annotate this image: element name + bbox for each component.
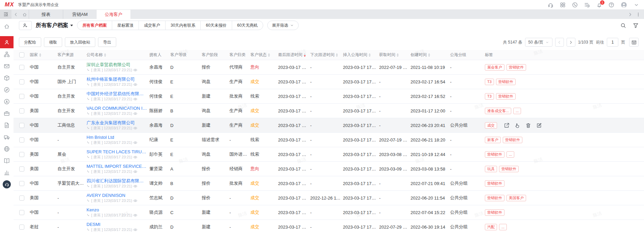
table-row[interactable]: 中国孚盟贸易大数据四川省汇利达国际贸易有限公司[ 唐英 ] 123(03/17 … [14,176,644,191]
support-icon[interactable] [548,2,553,8]
row-checkbox[interactable] [19,65,24,70]
row-checkbox[interactable] [19,166,24,172]
table-row[interactable]: 中国自主开发中国对外经济贸易信托有限公司[ 唐英 ] 123(03/17 23:… [14,89,644,104]
tab-报表[interactable]: 报表 [29,10,63,19]
column-header-国家[interactable]: 国家 [30,52,57,58]
search-icon[interactable] [620,23,626,28]
table-row[interactable]: 美国展会SUPER TECH LACES TIRUPUR PVT LTD[ 唐英… [14,147,644,162]
recycle-icon[interactable] [525,123,531,128]
sidebar-item-reports[interactable] [0,166,14,178]
sort-icon[interactable] [268,52,270,58]
row-checkbox[interactable] [19,181,24,186]
sidebar-item-products[interactable] [0,72,14,84]
column-header-下次跟进时间[interactable]: 下次跟进时间 [310,52,343,58]
eye-icon[interactable] [133,82,138,87]
company-name-link[interactable]: AVERY DENNISON [86,193,147,198]
claim-icon[interactable] [515,123,520,128]
filter-funnel-icon[interactable] [633,23,639,28]
action-button-分配给[interactable]: 分配给 [19,37,41,47]
company-name-link[interactable]: Hm Bristol Ltd [86,135,147,140]
row-checkbox[interactable] [19,210,24,215]
goto-page-input[interactable] [607,38,618,47]
sort-icon[interactable] [369,52,371,58]
sidebar-item-logistics[interactable] [0,131,14,143]
prev-page-button[interactable] [555,38,564,47]
sidebar-item-home[interactable] [0,20,14,32]
page-size-select[interactable]: 50 条/页 [525,38,552,47]
customer-view-switch-button[interactable] [19,21,32,30]
column-header-掉入公海时间[interactable]: 掉入公海时间 [343,52,379,58]
eye-icon[interactable] [133,68,138,72]
whatsapp-icon[interactable] [572,2,578,8]
sort-icon[interactable] [428,52,430,58]
sidebar-item-marketing[interactable] [0,96,14,107]
company-name-link[interactable]: VALOR COMMUNICATION INC [86,106,147,111]
quick-filter-所有客户档案[interactable]: 所有客户档案 [77,21,112,30]
company-name-link[interactable]: MATTEL IMPORT SERVICES LLC [86,164,147,169]
eye-icon[interactable] [133,111,138,116]
eye-icon[interactable] [133,199,138,203]
notifications-icon[interactable]: 1 [596,2,602,8]
column-header-公司名称[interactable]: 公司名称 [86,52,149,58]
table-settings-button[interactable] [629,38,639,47]
company-name-link[interactable]: 广东永金兴集团有限公司 [86,120,147,126]
eye-icon[interactable] [133,97,138,101]
collapse-menu-button[interactable] [0,10,11,19]
user-avatar-icon[interactable] [621,2,627,8]
sidebar-item-discover[interactable] [0,84,14,96]
sidebar-item-documents[interactable] [0,119,14,131]
tabs-menu-kebab-icon[interactable] [636,12,641,17]
sidebar-item-business[interactable] [0,107,14,119]
table-row[interactable]: 中国工商信息广东永金兴集团有限公司[ 唐英 ] 123(03/17 23:21)… [14,118,644,133]
expand-filter-button[interactable]: 展开筛选 [267,21,299,30]
quick-filter-60天无商机[interactable]: 60天无商机 [232,21,263,30]
activity-log-icon[interactable] [584,2,590,8]
company-name-link[interactable]: 深圳止章贸易有限公司 [86,62,147,68]
column-header-最后跟进时间[interactable]: 最后跟进时间 [278,52,310,58]
table-row[interactable]: 中国自主开发深圳止章贸易有限公司[ 唐英 ] 123(03/17 23:21)余… [14,60,644,75]
sidebar-item-org[interactable] [0,48,14,60]
tabs-scroll-right-icon[interactable] [628,12,633,17]
row-checkbox[interactable] [19,94,24,99]
eye-icon[interactable] [133,213,138,217]
eye-icon[interactable] [133,170,138,174]
quick-filter-60天未报价[interactable]: 60天未报价 [200,21,231,30]
company-name-link[interactable]: 中国对外经济贸易信托有限公司 [86,91,147,97]
sidebar-item-global-search[interactable] [0,143,14,155]
tab-营销AM[interactable]: 营销AM [63,10,97,19]
action-button-导出[interactable]: 导出 [98,37,116,47]
company-name-link[interactable]: DESMI [86,222,147,227]
eye-icon[interactable] [133,126,138,130]
action-button-放入回收站[interactable]: 放入回收站 [65,37,95,47]
apps-icon[interactable] [560,2,566,8]
column-header-客户状态[interactable]: 客户状态 [250,52,278,58]
row-checkbox[interactable] [19,225,24,230]
company-name-link[interactable]: SUPER TECH LACES TIRUPUR PVT LTD [86,149,147,155]
table-row[interactable]: 中国-Hm Bristol Ltd[ 唐英 ] 123(03/17 23:21)… [14,133,644,147]
table-row[interactable]: 中国-Kenzo[ 唐英 ] 123(03/17 23:21)骆贞源C新建-成交… [14,205,644,220]
company-name-link[interactable]: 杭州中格富集团有限公司 [86,77,147,82]
quick-filter-30天内有联系[interactable]: 30天内有联系 [165,21,200,30]
column-header-获取时间[interactable]: 获取时间 [379,52,411,58]
quick-filter-成交客户[interactable]: 成交客户 [139,21,165,30]
table-row[interactable]: 美国自主开发MATTEL IMPORT SERVICES LLC[ 唐英 ] 1… [14,162,644,176]
next-page-button[interactable] [567,38,575,47]
company-name-link[interactable]: Kenzo [86,207,147,213]
table-row[interactable]: 中国国外 上门杭州中格富集团有限公司[ 唐英 ] 123(03/17 23:21… [14,75,644,89]
tab-公海客户[interactable]: 公海客户 [97,10,130,19]
eye-icon[interactable] [133,155,138,159]
sidebar-item-service-chat[interactable] [0,178,14,190]
transfer-icon[interactable] [504,123,510,128]
select-all-checkbox[interactable] [19,52,24,57]
row-checkbox[interactable] [19,123,24,128]
table-row[interactable]: 美国自主开发VALOR COMMUNICATION INC[ 唐英 ] 123(… [14,104,644,118]
sort-icon[interactable] [304,52,306,58]
eye-icon[interactable] [133,140,138,145]
eye-icon[interactable] [133,228,138,232]
column-header-创建时间[interactable]: 创建时间 [411,52,450,58]
sidebar-item-customers[interactable] [0,36,14,48]
sort-icon[interactable] [104,52,106,58]
row-checkbox[interactable] [19,137,24,142]
eye-icon[interactable] [133,184,138,188]
home-icon[interactable] [20,10,29,19]
